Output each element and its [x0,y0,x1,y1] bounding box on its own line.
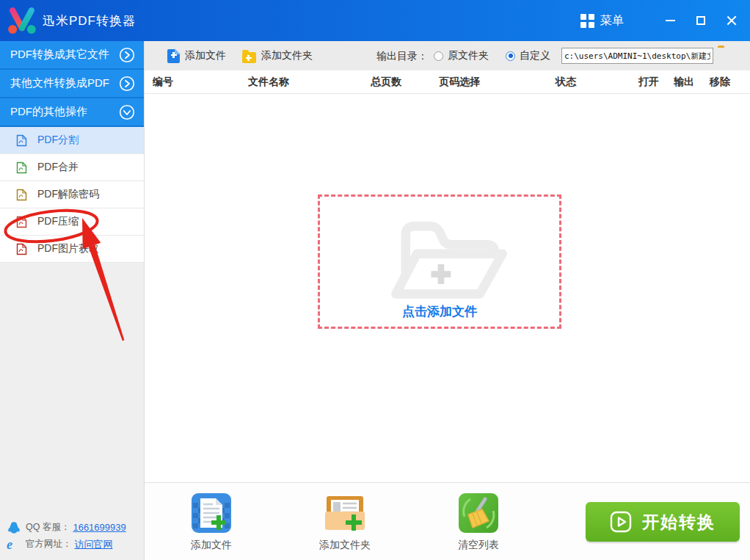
radio-selected-icon [506,51,515,61]
pdf-file-icon [16,189,27,201]
radio-original-label: 原文件夹 [448,49,489,62]
add-file-icon [167,49,180,63]
qq-service-label: QQ 客服： [26,521,70,534]
file-table-header: 编号 文件名称 总页数 页码选择 状态 打开 输出 移除 [145,70,750,94]
sidebar-item-label: PDF解除密码 [37,188,99,201]
pdf-file-icon [16,134,27,147]
start-convert-label: 开始转换 [642,511,716,534]
sidebar-item-pdf-split[interactable]: PDF分割 [0,127,144,154]
section-label: PDF的其他操作 [10,105,119,119]
col-open: 打开 [638,70,659,92]
col-total-pages: 总页数 [371,70,401,92]
sidebar-section-pdf-other-ops[interactable]: PDF的其他操作 [0,98,144,127]
add-file-button-label: 添加文件 [171,539,252,552]
col-page-select: 页码选择 [439,70,480,92]
support-info: QQ 客服： 1661699939 e 官方网址： 访问官网 [0,519,145,553]
add-file-button[interactable]: 添加文件 [171,492,252,552]
clear-list-button-label: 清空列表 [438,539,519,552]
sidebar-item-label: PDF图片获取 [37,242,99,255]
col-number: 编号 [153,70,173,92]
visit-site-link[interactable]: 访问官网 [75,538,113,551]
ie-browser-icon: e [7,538,21,551]
sidebar: PDF转换成其它文件 其他文件转换成PDF PDF的其他操作 [0,41,145,560]
section-label: PDF转换成其它文件 [10,48,119,62]
pdf-file-icon [16,243,27,255]
radio-original-folder[interactable]: 原文件夹 [434,41,489,70]
app-logo-icon [6,4,38,37]
close-icon [727,15,737,26]
chevron-right-circle-icon [119,76,135,92]
main-content: 添加文件 添加文件夹 输出目录： 原文件夹 自定义 编号 文件名称 总 [145,41,750,560]
radio-custom[interactable]: 自定义 [506,41,550,70]
minimize-icon [666,20,675,21]
output-dir-label: 输出目录： [376,41,428,70]
section-label: 其他文件转换成PDF [10,76,119,90]
toolbar: 添加文件 添加文件夹 输出目录： 原文件夹 自定义 [145,41,750,70]
add-folder-button[interactable]: 添加文件夹 [305,492,385,552]
chevron-down-circle-icon [119,104,135,120]
sidebar-item-pdf-remove-password[interactable]: PDF解除密码 [0,181,144,208]
qq-number-link[interactable]: 1661699939 [73,522,125,533]
clear-list-button[interactable]: 清空列表 [438,492,519,552]
minimize-button[interactable] [658,8,682,33]
radio-custom-label: 自定义 [520,49,550,62]
radio-unselected-icon [434,51,443,61]
official-site-label: 官方网址： [26,538,72,550]
maximize-button[interactable] [688,8,713,33]
chevron-right-circle-icon [119,47,135,63]
play-icon [610,511,632,533]
add-folder-icon [242,52,256,63]
add-file-toolbar-button[interactable]: 添加文件 [167,41,226,70]
close-button[interactable] [719,8,744,33]
menu-label: 菜单 [600,13,624,29]
open-folder-icon [362,211,517,303]
add-folder-label: 添加文件夹 [261,49,313,62]
col-remove: 移除 [710,70,730,92]
qq-icon [7,521,21,534]
app-title: 迅米PDF转换器 [43,12,136,29]
pdf-file-icon [16,161,27,174]
sidebar-item-label: PDF分割 [37,134,79,147]
sidebar-section-other-to-pdf[interactable]: 其他文件转换成PDF [0,70,144,98]
add-folder-big-icon [321,492,368,534]
maximize-icon [696,16,705,25]
clear-list-big-icon [458,492,499,534]
sidebar-item-label: PDF压缩 [37,215,79,228]
browse-folder-button[interactable] [718,48,735,64]
add-file-label: 添加文件 [185,49,226,62]
grid-menu-icon [580,14,594,28]
add-folder-button-label: 添加文件夹 [305,539,385,552]
sidebar-item-pdf-merge[interactable]: PDF合并 [0,154,144,181]
add-folder-toolbar-button[interactable]: 添加文件夹 [242,41,313,70]
bottom-action-bar: 添加文件 添加文件夹 [145,482,750,560]
output-path-input[interactable] [561,48,713,64]
col-output: 输出 [674,70,694,92]
sidebar-item-pdf-compress[interactable]: PDF压缩 [0,208,144,236]
app-window: 迅米PDF转换器 菜单 PDF转换成其它文件 其他文件转换成PDF [0,0,750,560]
start-convert-button[interactable]: 开始转换 [586,502,740,542]
pdf-file-icon [16,216,27,228]
add-file-big-icon [191,492,232,534]
dropzone-label: 点击添加文件 [402,303,477,320]
sidebar-item-pdf-extract-images[interactable]: PDF图片获取 [0,236,144,263]
titlebar: 迅米PDF转换器 菜单 [0,0,750,41]
dropzone-add-files[interactable]: 点击添加文件 [318,194,561,329]
sidebar-item-label: PDF合并 [37,161,79,174]
col-filename: 文件名称 [248,70,289,92]
sidebar-section-pdf-to-other[interactable]: PDF转换成其它文件 [0,41,144,70]
col-status: 状态 [556,70,576,92]
menu-button[interactable]: 菜单 [580,13,624,29]
